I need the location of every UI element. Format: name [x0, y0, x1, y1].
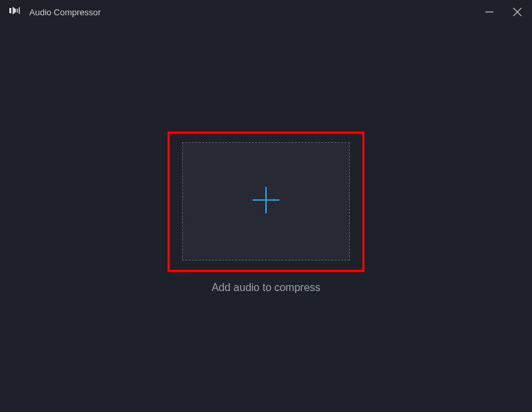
minimize-icon [484, 7, 495, 17]
close-icon [512, 7, 523, 17]
titlebar: Audio Compressor [0, 0, 532, 24]
svg-rect-0 [9, 8, 11, 13]
plus-icon [250, 184, 282, 219]
instruction-text: Add audio to compress [0, 282, 532, 294]
window-controls [483, 5, 524, 19]
minimize-button[interactable] [483, 5, 496, 19]
titlebar-left: Audio Compressor [9, 5, 101, 19]
close-button[interactable] [511, 5, 524, 19]
add-audio-dropzone[interactable] [182, 142, 350, 260]
app-icon [9, 5, 23, 19]
main-area: Add audio to compress [0, 24, 532, 412]
app-title: Audio Compressor [29, 7, 101, 17]
